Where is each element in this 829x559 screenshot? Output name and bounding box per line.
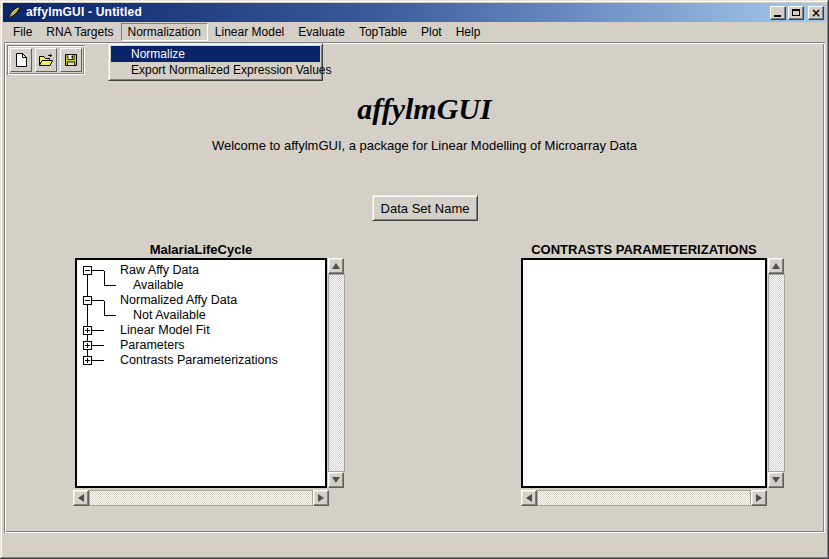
tree-item-normalized-affy-data[interactable]: Normalized Affy Data [120, 293, 237, 307]
menu-item-normalize[interactable]: Normalize [111, 46, 320, 62]
tree-item-contrasts-parameterizations[interactable]: Contrasts Parameterizations [120, 353, 278, 367]
menu-item-export-normalized-expression-values[interactable]: Export Normalized Expression Values [111, 62, 320, 78]
tree-connector-line [104, 285, 116, 286]
menubar-item-rna-targets[interactable]: RNA Targets [39, 23, 120, 41]
tree-collapse-toggle[interactable] [83, 266, 92, 275]
tree-item-parameters[interactable]: Parameters [120, 338, 185, 352]
contrasts-listbox[interactable] [521, 258, 767, 488]
tree-expand-toggle[interactable] [83, 326, 92, 335]
arrow-down-icon [332, 477, 340, 483]
maximize-button[interactable] [788, 6, 804, 20]
tree-connector-line [104, 301, 105, 316]
tree-connector-line [92, 330, 104, 331]
toolbar [7, 45, 85, 75]
toolbar-new-button[interactable] [10, 48, 32, 72]
menubar-item-toptable[interactable]: TopTable [352, 23, 414, 41]
tree-connector-line [92, 360, 104, 361]
close-button[interactable]: × [808, 6, 824, 20]
scroll-up-button[interactable] [328, 258, 344, 274]
menubar-item-normalization[interactable]: Normalization [121, 23, 208, 41]
tree-connector-line [104, 315, 116, 316]
dataset-tree-listbox[interactable]: Raw Affy DataAvailableNormalized Affy Da… [75, 258, 327, 488]
left-horizontal-scrollbar[interactable] [73, 490, 329, 506]
tree-collapse-toggle[interactable] [83, 296, 92, 305]
left-panel-title: MalariaLifeCycle [75, 242, 327, 257]
welcome-text: Welcome to affylmGUI, a package for Line… [14, 138, 829, 153]
arrow-right-icon [318, 494, 324, 502]
data-set-name-button[interactable]: Data Set Name [372, 195, 478, 221]
tree-item-raw-affy-data[interactable]: Raw Affy Data [120, 263, 199, 277]
left-vertical-scrollbar[interactable] [328, 258, 345, 488]
scroll-right-button[interactable] [751, 490, 767, 506]
arrow-down-icon [772, 477, 780, 483]
scrollbar-trough[interactable] [768, 274, 785, 472]
tree-connector-line [104, 271, 105, 286]
scrollbar-trough[interactable] [537, 490, 751, 506]
window-title: affylmGUI - Untitled [26, 3, 770, 22]
tree: Raw Affy DataAvailableNormalized Affy Da… [77, 260, 325, 486]
menubar-item-evaluate[interactable]: Evaluate [291, 23, 352, 41]
menubar-item-file[interactable]: File [6, 23, 39, 41]
arrow-up-icon [772, 263, 780, 269]
scroll-left-button[interactable] [521, 490, 537, 506]
app-title: affylmGUI [14, 92, 829, 126]
arrow-up-icon [332, 263, 340, 269]
menubar-item-linear-model[interactable]: Linear Model [208, 23, 291, 41]
scroll-down-button[interactable] [768, 472, 784, 488]
scroll-down-button[interactable] [328, 472, 344, 488]
tk-feather-icon [7, 5, 22, 20]
normalization-dropdown-menu: NormalizeExport Normalized Expression Va… [108, 43, 323, 81]
right-panel-title: CONTRASTS PARAMETERIZATIONS [521, 242, 767, 257]
scroll-left-button[interactable] [73, 490, 89, 506]
tree-connector-line [92, 345, 104, 346]
maximize-icon [792, 9, 800, 16]
title-bar[interactable]: affylmGUI - Untitled × [3, 3, 826, 22]
menubar-item-help[interactable]: Help [449, 23, 488, 41]
scrollbar-trough[interactable] [328, 274, 345, 472]
save-floppy-icon [63, 52, 79, 68]
right-horizontal-scrollbar[interactable] [521, 490, 767, 506]
menubar-item-plot[interactable]: Plot [414, 23, 449, 41]
scrollbar-trough[interactable] [89, 490, 313, 506]
tree-item-available[interactable]: Available [133, 278, 184, 292]
arrow-left-icon [78, 494, 84, 502]
content-area: affylmGUI Welcome to affylmGUI, a packag… [4, 42, 825, 533]
window-controls: × [770, 6, 824, 20]
scroll-up-button[interactable] [768, 258, 784, 274]
toolbar-open-button[interactable] [35, 48, 57, 72]
new-file-icon [13, 52, 29, 68]
arrow-right-icon [756, 494, 762, 502]
tree-connector-line [92, 300, 104, 301]
tree-item-not-available[interactable]: Not Available [133, 308, 206, 322]
app-window: affylmGUI - Untitled × FileRNA TargetsNo… [0, 0, 829, 559]
minimize-icon [774, 15, 781, 17]
tree-connector-line [92, 270, 104, 271]
minimize-button[interactable] [770, 6, 786, 20]
right-vertical-scrollbar[interactable] [768, 258, 785, 488]
scroll-right-button[interactable] [313, 490, 329, 506]
tree-expand-toggle[interactable] [83, 356, 92, 365]
menubar: FileRNA TargetsNormalizationLinear Model… [3, 22, 826, 42]
tree-item-linear-model-fit[interactable]: Linear Model Fit [120, 323, 210, 337]
open-folder-icon [38, 52, 54, 68]
arrow-left-icon [526, 494, 532, 502]
toolbar-save-button[interactable] [60, 48, 82, 72]
tree-expand-toggle[interactable] [83, 341, 92, 350]
close-icon: × [811, 8, 821, 18]
